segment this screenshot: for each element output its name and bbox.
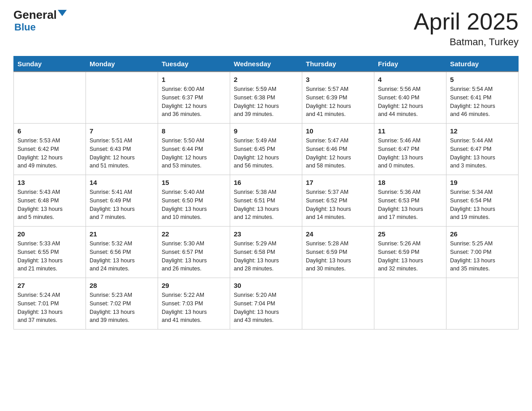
day-number: 10 bbox=[306, 127, 370, 135]
day-info: Sunrise: 5:47 AMSunset: 6:46 PMDaylight:… bbox=[306, 137, 370, 170]
day-info: Sunrise: 5:37 AMSunset: 6:52 PMDaylight:… bbox=[306, 188, 370, 222]
calendar-cell: 30Sunrise: 5:20 AMSunset: 7:04 PMDayligh… bbox=[230, 278, 302, 330]
calendar-week-row: 20Sunrise: 5:33 AMSunset: 6:55 PMDayligh… bbox=[14, 227, 519, 278]
day-info: Sunrise: 5:43 AMSunset: 6:48 PMDaylight:… bbox=[17, 188, 82, 222]
day-info: Sunrise: 5:32 AMSunset: 6:56 PMDaylight:… bbox=[90, 240, 154, 273]
day-number: 7 bbox=[90, 127, 154, 135]
day-info: Sunrise: 5:40 AMSunset: 6:50 PMDaylight:… bbox=[162, 188, 226, 222]
day-number: 13 bbox=[17, 179, 82, 186]
calendar-cell: 11Sunrise: 5:46 AMSunset: 6:47 PMDayligh… bbox=[374, 124, 446, 175]
day-info: Sunrise: 5:25 AMSunset: 7:00 PMDaylight:… bbox=[450, 240, 515, 273]
calendar-cell: 1Sunrise: 6:00 AMSunset: 6:37 PMDaylight… bbox=[158, 72, 230, 124]
calendar-cell: 9Sunrise: 5:49 AMSunset: 6:45 PMDaylight… bbox=[230, 124, 302, 175]
day-info: Sunrise: 5:36 AMSunset: 6:53 PMDaylight:… bbox=[378, 188, 442, 222]
day-number: 29 bbox=[162, 282, 226, 289]
page-header: General Blue April 2025 Batman, Turkey bbox=[13, 9, 519, 48]
calendar-cell bbox=[302, 278, 374, 330]
calendar-week-row: 27Sunrise: 5:24 AMSunset: 7:01 PMDayligh… bbox=[14, 278, 519, 330]
day-number: 23 bbox=[234, 230, 298, 238]
calendar-week-row: 13Sunrise: 5:43 AMSunset: 6:48 PMDayligh… bbox=[14, 175, 519, 227]
day-info: Sunrise: 5:34 AMSunset: 6:54 PMDaylight:… bbox=[450, 188, 515, 222]
day-number: 26 bbox=[450, 230, 515, 238]
day-info: Sunrise: 5:33 AMSunset: 6:55 PMDaylight:… bbox=[17, 240, 82, 273]
weekday-header-monday: Monday bbox=[86, 56, 158, 72]
calendar-cell: 8Sunrise: 5:50 AMSunset: 6:44 PMDaylight… bbox=[158, 124, 230, 175]
calendar-cell: 25Sunrise: 5:26 AMSunset: 6:59 PMDayligh… bbox=[374, 227, 446, 278]
day-info: Sunrise: 5:54 AMSunset: 6:41 PMDaylight:… bbox=[450, 85, 515, 119]
day-number: 6 bbox=[17, 127, 82, 135]
calendar-cell bbox=[374, 278, 446, 330]
calendar-cell: 27Sunrise: 5:24 AMSunset: 7:01 PMDayligh… bbox=[14, 278, 86, 330]
day-number: 30 bbox=[234, 282, 298, 289]
day-info: Sunrise: 5:57 AMSunset: 6:39 PMDaylight:… bbox=[306, 85, 370, 119]
day-info: Sunrise: 5:29 AMSunset: 6:58 PMDaylight:… bbox=[234, 240, 298, 273]
day-number: 21 bbox=[90, 230, 154, 238]
calendar-table: SundayMondayTuesdayWednesdayThursdayFrid… bbox=[13, 56, 519, 330]
calendar-cell: 23Sunrise: 5:29 AMSunset: 6:58 PMDayligh… bbox=[230, 227, 302, 278]
calendar-cell: 12Sunrise: 5:44 AMSunset: 6:47 PMDayligh… bbox=[446, 124, 519, 175]
day-number: 19 bbox=[450, 179, 515, 186]
logo-blue-text: Blue bbox=[14, 21, 36, 33]
day-info: Sunrise: 5:38 AMSunset: 6:51 PMDaylight:… bbox=[234, 188, 298, 222]
day-info: Sunrise: 5:20 AMSunset: 7:04 PMDaylight:… bbox=[234, 291, 298, 325]
day-number: 28 bbox=[90, 282, 154, 289]
calendar-cell: 20Sunrise: 5:33 AMSunset: 6:55 PMDayligh… bbox=[14, 227, 86, 278]
calendar-cell bbox=[86, 72, 158, 124]
logo: General Blue bbox=[13, 9, 67, 33]
calendar-cell: 14Sunrise: 5:41 AMSunset: 6:49 PMDayligh… bbox=[86, 175, 158, 227]
day-info: Sunrise: 6:00 AMSunset: 6:37 PMDaylight:… bbox=[162, 85, 226, 119]
day-number: 8 bbox=[162, 127, 226, 135]
day-info: Sunrise: 5:28 AMSunset: 6:59 PMDaylight:… bbox=[306, 240, 370, 273]
logo-general-text: General bbox=[13, 9, 57, 21]
day-number: 2 bbox=[234, 76, 298, 83]
weekday-header-wednesday: Wednesday bbox=[230, 56, 302, 72]
day-info: Sunrise: 5:50 AMSunset: 6:44 PMDaylight:… bbox=[162, 137, 226, 170]
calendar-cell: 4Sunrise: 5:56 AMSunset: 6:40 PMDaylight… bbox=[374, 72, 446, 124]
day-number: 20 bbox=[17, 230, 82, 238]
day-number: 4 bbox=[378, 76, 442, 83]
calendar-cell: 17Sunrise: 5:37 AMSunset: 6:52 PMDayligh… bbox=[302, 175, 374, 227]
weekday-header-friday: Friday bbox=[374, 56, 446, 72]
weekday-header-tuesday: Tuesday bbox=[158, 56, 230, 72]
day-number: 3 bbox=[306, 76, 370, 83]
calendar-cell: 21Sunrise: 5:32 AMSunset: 6:56 PMDayligh… bbox=[86, 227, 158, 278]
calendar-cell bbox=[446, 278, 519, 330]
day-info: Sunrise: 5:59 AMSunset: 6:38 PMDaylight:… bbox=[234, 85, 298, 119]
day-info: Sunrise: 5:22 AMSunset: 7:03 PMDaylight:… bbox=[162, 291, 226, 325]
day-info: Sunrise: 5:44 AMSunset: 6:47 PMDaylight:… bbox=[450, 137, 515, 170]
calendar-cell: 10Sunrise: 5:47 AMSunset: 6:46 PMDayligh… bbox=[302, 124, 374, 175]
day-number: 17 bbox=[306, 179, 370, 186]
day-number: 9 bbox=[234, 127, 298, 135]
calendar-cell: 3Sunrise: 5:57 AMSunset: 6:39 PMDaylight… bbox=[302, 72, 374, 124]
day-number: 22 bbox=[162, 230, 226, 238]
title-area: April 2025 Batman, Turkey bbox=[414, 9, 519, 48]
day-info: Sunrise: 5:56 AMSunset: 6:40 PMDaylight:… bbox=[378, 85, 442, 119]
calendar-cell: 6Sunrise: 5:53 AMSunset: 6:42 PMDaylight… bbox=[14, 124, 86, 175]
calendar-cell: 16Sunrise: 5:38 AMSunset: 6:51 PMDayligh… bbox=[230, 175, 302, 227]
calendar-cell: 22Sunrise: 5:30 AMSunset: 6:57 PMDayligh… bbox=[158, 227, 230, 278]
day-number: 5 bbox=[450, 76, 515, 83]
calendar-cell: 2Sunrise: 5:59 AMSunset: 6:38 PMDaylight… bbox=[230, 72, 302, 124]
calendar-cell: 18Sunrise: 5:36 AMSunset: 6:53 PMDayligh… bbox=[374, 175, 446, 227]
logo-triangle-icon bbox=[58, 10, 67, 16]
day-info: Sunrise: 5:46 AMSunset: 6:47 PMDaylight:… bbox=[378, 137, 442, 170]
day-info: Sunrise: 5:24 AMSunset: 7:01 PMDaylight:… bbox=[17, 291, 82, 325]
calendar-cell: 15Sunrise: 5:40 AMSunset: 6:50 PMDayligh… bbox=[158, 175, 230, 227]
weekday-header-saturday: Saturday bbox=[446, 56, 519, 72]
day-number: 12 bbox=[450, 127, 515, 135]
day-number: 25 bbox=[378, 230, 442, 238]
day-info: Sunrise: 5:26 AMSunset: 6:59 PMDaylight:… bbox=[378, 240, 442, 273]
day-number: 27 bbox=[17, 282, 82, 289]
day-number: 16 bbox=[234, 179, 298, 186]
calendar-cell: 28Sunrise: 5:23 AMSunset: 7:02 PMDayligh… bbox=[86, 278, 158, 330]
calendar-body: 1Sunrise: 6:00 AMSunset: 6:37 PMDaylight… bbox=[14, 72, 519, 330]
day-info: Sunrise: 5:53 AMSunset: 6:42 PMDaylight:… bbox=[17, 137, 82, 170]
calendar-cell: 24Sunrise: 5:28 AMSunset: 6:59 PMDayligh… bbox=[302, 227, 374, 278]
calendar-cell: 19Sunrise: 5:34 AMSunset: 6:54 PMDayligh… bbox=[446, 175, 519, 227]
day-number: 15 bbox=[162, 179, 226, 186]
day-info: Sunrise: 5:23 AMSunset: 7:02 PMDaylight:… bbox=[90, 291, 154, 325]
day-info: Sunrise: 5:30 AMSunset: 6:57 PMDaylight:… bbox=[162, 240, 226, 273]
day-number: 11 bbox=[378, 127, 442, 135]
calendar-cell: 26Sunrise: 5:25 AMSunset: 7:00 PMDayligh… bbox=[446, 227, 519, 278]
calendar-header-row: SundayMondayTuesdayWednesdayThursdayFrid… bbox=[14, 56, 519, 72]
